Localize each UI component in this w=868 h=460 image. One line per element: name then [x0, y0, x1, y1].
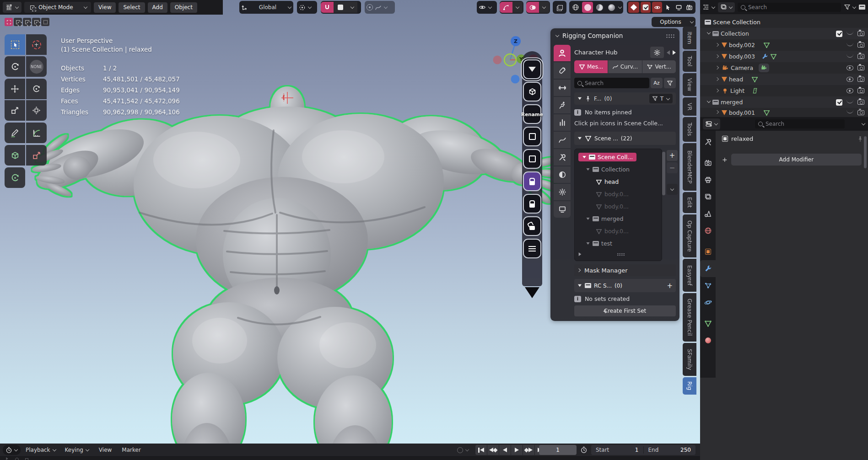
new-collection-button[interactable] — [859, 5, 865, 10]
annotate-tool[interactable] — [5, 123, 25, 143]
tab-view-layer[interactable] — [700, 188, 716, 205]
display-mode-button[interactable] — [718, 2, 735, 12]
prev-keyframe-button[interactable] — [487, 445, 499, 455]
select-new-button[interactable] — [5, 18, 13, 26]
snap-dropdown[interactable] — [347, 2, 357, 13]
select-subtract-button[interactable] — [23, 18, 31, 26]
expander-icon[interactable] — [716, 43, 720, 47]
tab-scene[interactable] — [700, 205, 716, 222]
side-tab-tools[interactable]: Tools — [683, 117, 696, 142]
tab-physics[interactable] — [700, 294, 716, 311]
menu-view[interactable]: View — [94, 2, 116, 13]
outliner-row-head[interactable]: head — [700, 74, 868, 85]
pinned-filter-dropdown[interactable]: T — [649, 94, 673, 103]
editor-type-button[interactable] — [3, 2, 22, 13]
rc-tab-pose[interactable] — [554, 97, 571, 113]
viewport-3d[interactable]: Object Mode View Select Add Object Globa… — [0, 0, 700, 460]
tree-row-test[interactable]: test — [576, 237, 661, 250]
shading-material[interactable] — [594, 2, 605, 13]
cursor-3d-tool[interactable]: + — [26, 34, 47, 55]
eye-closed-icon[interactable] — [846, 43, 853, 46]
tab-object-data[interactable] — [700, 315, 716, 332]
camera-render-icon[interactable] — [857, 54, 864, 59]
camera-render-icon[interactable] — [857, 88, 864, 93]
menu-view[interactable]: View — [95, 447, 116, 453]
eye-open-icon[interactable] — [846, 88, 853, 93]
end-frame-field[interactable]: End250 — [644, 447, 696, 453]
expander-icon[interactable] — [716, 54, 720, 58]
trim-tool[interactable] — [26, 145, 47, 166]
outliner-search[interactable] — [738, 3, 841, 12]
visibility-red-toggle[interactable] — [652, 2, 662, 13]
eye-closed-icon[interactable] — [846, 100, 853, 103]
outliner-row-collection[interactable]: Collection — [700, 28, 868, 39]
outliner-editor-button[interactable] — [703, 4, 715, 11]
tab-output[interactable] — [700, 171, 716, 188]
outliner-search-input[interactable] — [748, 4, 838, 11]
side-tab-view[interactable]: View — [683, 73, 696, 96]
outliner-row-merged[interactable]: merged — [700, 96, 868, 108]
eye-closed-icon[interactable] — [846, 31, 853, 35]
options-button[interactable]: Options — [652, 17, 695, 27]
quick-lock-button-active[interactable] — [523, 171, 541, 191]
quickbar-collapse-arrow[interactable] — [525, 287, 539, 298]
side-tab-item[interactable]: Item — [683, 27, 696, 49]
hub-settings-button[interactable] — [650, 47, 664, 58]
tree-row-body[interactable]: body.0... — [576, 188, 661, 200]
outliner-row-light[interactable]: Light — [700, 85, 868, 96]
timeline-editor-button[interactable] — [3, 445, 21, 455]
menu-marker[interactable]: Marker — [118, 447, 145, 453]
tree-row-collection[interactable]: Collection — [576, 163, 661, 176]
tree-row-body[interactable]: body.0... — [576, 225, 661, 237]
select-extend-button[interactable] — [14, 18, 22, 26]
outliner-row-body002[interactable]: body.002 — [700, 39, 868, 51]
menu-add[interactable]: Add — [148, 2, 167, 13]
auto-keying-toggle[interactable] — [457, 447, 469, 453]
tree-row-scene-collection[interactable]: Scene Coll... — [576, 151, 661, 163]
select-box-tool[interactable] — [5, 34, 25, 55]
play-reverse-button[interactable] — [499, 445, 511, 455]
tree-row-body[interactable]: body.0... — [576, 200, 661, 213]
rc-tab-shading[interactable] — [554, 166, 571, 183]
quick-cube-button[interactable] — [523, 82, 541, 102]
eye-closed-icon[interactable] — [846, 54, 853, 58]
add-primitive-tool[interactable] — [5, 145, 25, 166]
menu-playback[interactable]: Playback — [22, 447, 60, 453]
expander-icon[interactable] — [706, 31, 711, 35]
measure-tool[interactable] — [26, 123, 47, 143]
camera-render-icon[interactable] — [857, 43, 864, 48]
side-tab-tool[interactable]: Tool — [683, 51, 696, 72]
tab-object[interactable] — [700, 243, 716, 260]
outliner-row-camera[interactable]: Camera — [700, 62, 868, 74]
eye-open-icon[interactable] — [846, 65, 853, 70]
sets-add-button[interactable]: + — [667, 282, 673, 290]
snap-target-button[interactable] — [297, 1, 317, 14]
shading-solid[interactable] — [582, 2, 593, 13]
tab-mesh[interactable]: Mes... — [574, 60, 608, 73]
tab-particles[interactable] — [700, 277, 716, 294]
tab-vertex-groups[interactable]: Vert... — [642, 60, 676, 73]
timeline-canvas-sliver[interactable] — [0, 456, 700, 460]
tab-render[interactable] — [700, 155, 716, 171]
select-intersect-button[interactable] — [41, 18, 49, 26]
proportional-edit-group[interactable] — [365, 1, 395, 14]
xray-toggle[interactable] — [553, 1, 566, 14]
transform-orientation[interactable]: Global — [239, 1, 293, 14]
side-tab-vr[interactable]: VR — [683, 97, 696, 116]
add-modifier-button[interactable]: Add Modifier — [731, 154, 862, 166]
transform-tool[interactable] — [26, 100, 47, 121]
pinned-section-header[interactable]: F... (0) T — [574, 92, 676, 105]
properties-search[interactable] — [755, 119, 845, 128]
shading-rendered[interactable] — [606, 2, 617, 13]
tree-dropdown-button[interactable] — [667, 184, 678, 195]
chevron-down-icon[interactable] — [861, 122, 865, 126]
overlays-dropdown[interactable] — [539, 2, 549, 13]
mode-select[interactable]: Object Mode — [24, 2, 91, 13]
rc-tab-settings[interactable] — [554, 184, 571, 200]
panel-collapse-chevron[interactable] — [555, 34, 559, 38]
next-arrow-icon[interactable] — [673, 50, 676, 55]
rc-tab-weights[interactable] — [554, 80, 571, 96]
tree-remove-button[interactable]: − — [667, 162, 678, 173]
tab-material[interactable] — [700, 332, 716, 349]
eye-closed-icon[interactable] — [846, 110, 853, 113]
